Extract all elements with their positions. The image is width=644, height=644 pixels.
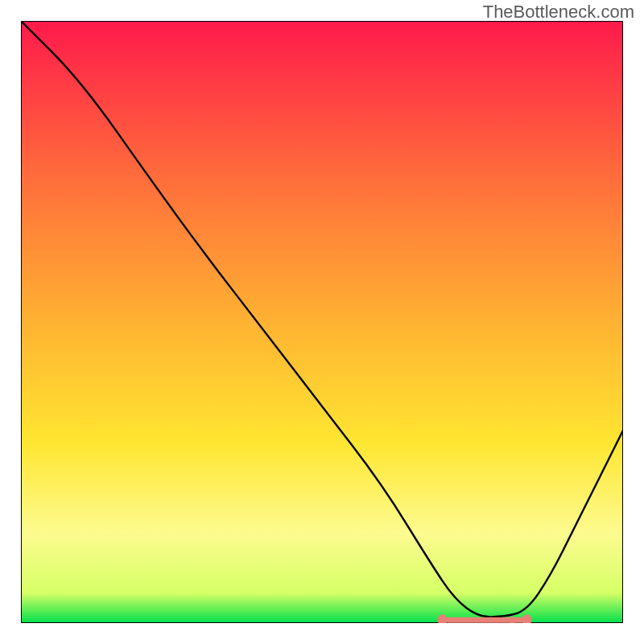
chart-container xyxy=(21,21,623,623)
bottleneck-chart xyxy=(21,21,623,623)
watermark-label: TheBottleneck.com xyxy=(483,2,634,23)
gradient-background xyxy=(21,21,623,623)
svg-point-3 xyxy=(509,617,515,623)
